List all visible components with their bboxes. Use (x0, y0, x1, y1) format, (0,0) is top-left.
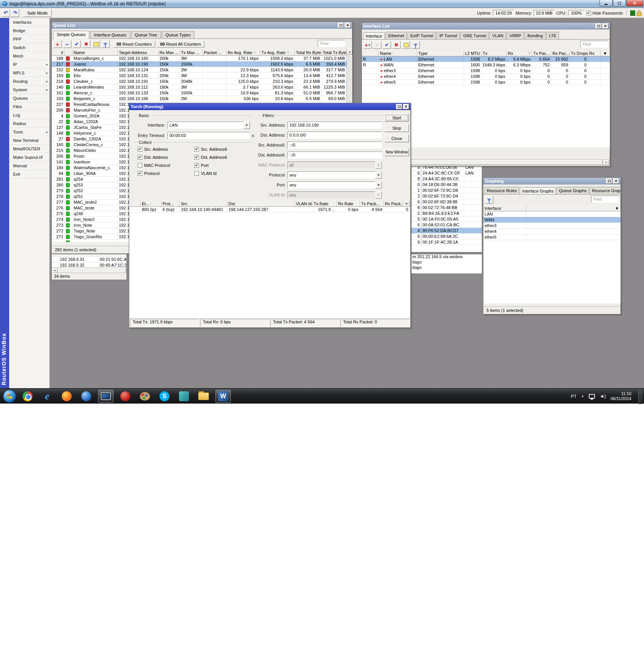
redo-button[interactable]: ↷ (11, 9, 19, 17)
host-row[interactable]: 8 00:02:72:76:48:BB (411, 205, 482, 211)
col-icon[interactable] (65, 49, 72, 55)
host-row[interactable]: 6 00:0A:52:01:CA:BC (411, 222, 482, 228)
host-row[interactable]: 8 24:A4:3C:80:65:C0 (411, 176, 482, 182)
graphing-find-input[interactable]: Find (591, 196, 619, 203)
col-src[interactable]: Src. (180, 201, 227, 206)
queue-row[interactable]: 140 LeandroMendes 192.168.10.112 180k 3M… (52, 84, 347, 90)
new-window-button[interactable]: New Window (384, 148, 409, 156)
col-flags[interactable] (362, 50, 379, 56)
interface-tab[interactable]: LTE (546, 32, 559, 39)
filter-button[interactable] (101, 40, 110, 48)
port-combo[interactable]: any (288, 181, 376, 189)
col-name[interactable]: Name (72, 49, 118, 55)
queue-row[interactable]: 217 Juarez 192.168.10.190 150k 1500k 150… (52, 61, 347, 67)
col-tx-max[interactable]: Tx Max ... (180, 49, 203, 55)
sidebar-item[interactable]: Log (9, 111, 49, 119)
comment-button[interactable] (402, 41, 410, 49)
graphing-tab[interactable]: Resource Rules (485, 187, 519, 194)
interface-list-titlebar[interactable]: Interface List ✕ (362, 23, 610, 30)
collect-option[interactable]: Protocol (138, 171, 191, 176)
interface-tab[interactable]: IP Tunnel (437, 32, 460, 39)
col-tx-drops[interactable]: Tx Drops (570, 50, 588, 56)
col-total-tx[interactable]: Total Tx Bytes (322, 49, 347, 55)
col-rx-avg[interactable]: Rx Avg. Rate▽ (227, 49, 260, 55)
col-l2mtu[interactable]: L2 MTU (464, 50, 481, 56)
collect-checkbox[interactable] (194, 171, 199, 176)
sidebar-item[interactable]: Switch (9, 43, 49, 52)
interface-tab[interactable]: Bonding (525, 32, 545, 39)
sidebar-item[interactable]: IP ▸ (9, 60, 49, 69)
col-tx-pac[interactable]: Tx Pac... (532, 50, 551, 56)
collect-option[interactable]: Dst. Address (138, 155, 191, 160)
collect-option[interactable]: VLAN Id (194, 171, 248, 176)
collect-option[interactable]: Dst. Address6 (194, 155, 248, 160)
col-vlan[interactable]: VLAN Id (295, 201, 312, 206)
taskbar-app-icon[interactable] (59, 390, 74, 403)
taskbar-app-icon[interactable]: W (215, 390, 231, 403)
close-button[interactable]: ✕ (626, 0, 643, 7)
col-tx[interactable]: Tx (481, 50, 507, 56)
queue-tab[interactable]: Interface Queues (90, 31, 130, 38)
collect-checkbox[interactable] (194, 155, 199, 160)
hidden-icons-arrow[interactable]: ▲ (581, 394, 584, 398)
col-interface[interactable]: Interface∕ (483, 205, 526, 211)
volume-icon[interactable]: ◄) (600, 393, 606, 399)
col-total-rx[interactable]: Total Rx Bytes (295, 49, 322, 55)
entry-timeout-field[interactable]: 00:00:03 (168, 132, 250, 139)
collect-option[interactable]: Src. Address6 (194, 147, 248, 152)
protocol-dropdown-icon[interactable]: ▼ (375, 171, 382, 179)
protocol-combo[interactable]: any (288, 171, 376, 179)
interface-row[interactable]: R ◂¦▸LAN Ethernet 1598 8.2 Mbps 9.4 Mbps… (362, 56, 610, 62)
interface-row[interactable]: ◂¦▸ether3 Ethernet 1598 0 bps 0 bps 0 0 … (362, 68, 610, 74)
reset-counters-button[interactable]: 00 Reset Counters (113, 41, 155, 48)
safe-mode-button[interactable]: Safe Mode (23, 9, 52, 17)
torch-restore-button[interactable] (396, 104, 402, 109)
sidebar-item[interactable]: Files (9, 102, 49, 111)
remove-interface-button[interactable]: − (373, 41, 381, 49)
col-rx-pac[interactable]: Rx Pac... (551, 50, 570, 56)
collect-option[interactable]: Port (194, 163, 248, 168)
disable-queue-button[interactable]: ✖ (82, 40, 90, 48)
dst-address6-field[interactable]: ::/0 (288, 152, 382, 159)
graphing-tab[interactable]: Queue Graphs (557, 187, 589, 194)
sidebar-item[interactable]: Mesh (9, 52, 49, 60)
queue-row[interactable]: 218 Cleuber_c 192.168.10.191 150k 2048k … (52, 79, 347, 84)
sidebar-item[interactable]: Bridge (9, 26, 49, 35)
col-prot[interactable]: Prot... (161, 201, 180, 206)
host-row[interactable]: 6 00:00:E2:98:6A:2C (411, 234, 482, 239)
interface-row[interactable]: ◂¦▸ether5 Ethernet 1598 0 bps 0 bps 0 0 … (362, 79, 610, 85)
host-row[interactable]: 1 00:02:6F:73:9C:D8 (411, 188, 482, 193)
interface-combo[interactable]: LAN (168, 122, 244, 129)
graphing-row[interactable]: ether4 (483, 229, 621, 234)
sidebar-item[interactable]: MPLS ▸ (9, 69, 49, 77)
col-tx-pack[interactable]: Tx Pack... (360, 201, 384, 206)
port-dropdown-icon[interactable]: ▼ (375, 181, 382, 189)
show-desktop-button[interactable] (638, 389, 642, 404)
taskbar-app-icon[interactable] (176, 390, 192, 403)
graphing-titlebar[interactable]: Graphing ✕ (483, 178, 621, 185)
taskbar-app-icon[interactable]: e (39, 390, 55, 403)
interface-tab[interactable]: GRE Tunnel (460, 32, 489, 39)
graphing-row[interactable]: LAN (483, 211, 621, 217)
enable-queue-button[interactable]: ✔ (72, 40, 81, 48)
queue-list-titlebar[interactable]: Queue List ✕ (52, 22, 352, 29)
queue-restore-button[interactable] (338, 23, 344, 28)
enable-interface-button[interactable]: ✔ (383, 41, 391, 49)
network-icon[interactable] (589, 394, 595, 399)
taskbar-app-icon[interactable] (98, 390, 113, 403)
torch-close-button[interactable]: ✕ (403, 104, 409, 109)
taskbar-app-icon[interactable] (137, 390, 153, 403)
src-address-field[interactable]: 192.168.10.190 (288, 122, 382, 129)
graphing-tab[interactable]: Resource Graphs (590, 187, 621, 194)
torch-titlebar[interactable]: Torch (Running) ✕ (129, 103, 411, 110)
interface-row[interactable]: ◂¦▸ether4 Ethernet 1598 0 bps 0 bps 0 0 … (362, 74, 610, 79)
taskbar-app-icon[interactable] (118, 390, 133, 403)
hide-passwords-checkbox[interactable] (586, 11, 591, 15)
sidebar-item[interactable]: Manual (9, 162, 49, 170)
filter-button[interactable] (485, 196, 493, 204)
col-tx-avg[interactable]: Tx Avg. Rate▽ (260, 49, 295, 55)
sidebar-item[interactable]: PPP (9, 35, 49, 43)
torch-row[interactable]: 800 (ip) 6 (tcp) 192.168.10.190:49481 19… (130, 207, 410, 213)
col-packet[interactable]: Packet ... (203, 49, 227, 55)
taskbar-app-icon[interactable] (20, 390, 35, 403)
